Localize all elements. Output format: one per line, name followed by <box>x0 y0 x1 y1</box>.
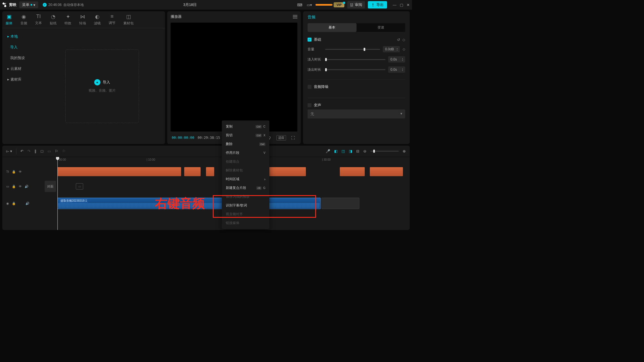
annotation-text: 右键音频 <box>155 195 205 212</box>
sidebar-preset[interactable]: 我的预设 <box>2 53 39 63</box>
tab-pack[interactable]: ◫素材包 <box>123 14 134 26</box>
crop-tool[interactable]: ◻ <box>40 149 44 153</box>
eye-icon[interactable]: 👁 <box>19 170 22 173</box>
voice-change-toggle[interactable]: 变声 <box>308 103 405 108</box>
sidebar-label: 素材库 <box>10 77 22 81</box>
sidebar-local[interactable]: ▸ 本地 <box>2 31 39 42</box>
menu-button[interactable]: 菜单 ▾ <box>19 1 38 8</box>
eye-icon[interactable]: 👁 <box>19 185 22 188</box>
tab-speed[interactable]: 变速 <box>357 23 405 32</box>
save-time: 20:46:06 <box>48 3 62 7</box>
sidebar-import[interactable]: 导入 <box>2 42 39 53</box>
import-dropzone[interactable]: + 导入 视频、音频、图片 <box>65 49 139 123</box>
denoise-toggle[interactable]: 音频降噪 <box>308 84 405 89</box>
voice-select[interactable]: 无 ▾ <box>308 109 405 118</box>
lock-icon[interactable]: 🔒 <box>12 170 16 174</box>
split-tool[interactable]: ‖ <box>35 149 37 153</box>
tab-label: 滤镜 <box>94 21 101 26</box>
tab-adjust[interactable]: ≡调节 <box>109 14 115 26</box>
volume-slider[interactable] <box>325 49 380 50</box>
lock-icon[interactable]: 🔒 <box>12 185 16 188</box>
import-button[interactable]: + 导入 <box>94 79 110 85</box>
stepper-icon[interactable]: ▴▾ <box>402 58 403 61</box>
marker-tool[interactable]: ⚐ <box>55 149 58 153</box>
stepper-icon[interactable]: ▴▾ <box>397 48 398 51</box>
fadein-slider[interactable] <box>325 59 385 60</box>
player-menu-icon[interactable] <box>293 15 297 18</box>
title-bar: 剪映 菜单 ▾ ✓ 20:46:06 自动保存本地 3月18日 ⌨ ▭▾ VIP… <box>0 0 412 10</box>
tab-media[interactable]: ▣媒体 <box>6 14 12 26</box>
align-icon[interactable]: ⊟ <box>356 149 359 153</box>
mic-icon[interactable]: 🎤 <box>326 149 330 153</box>
zoom-slider[interactable] <box>370 151 399 152</box>
select-value: 无 <box>310 111 314 117</box>
playhead[interactable] <box>57 157 58 230</box>
progress-indicator <box>315 4 332 6</box>
snap-left-icon[interactable]: ◧ <box>334 149 338 153</box>
ctx-label: 复制 <box>226 124 233 129</box>
tab-label: 特效 <box>65 21 71 26</box>
tab-text[interactable]: TI文本 <box>35 14 42 26</box>
cover-button[interactable]: 封面 <box>45 181 56 192</box>
trim-tool[interactable]: ▭ <box>48 149 51 153</box>
player-canvas[interactable] <box>171 23 297 132</box>
stepper-icon[interactable]: ▴▾ <box>402 68 403 71</box>
time-ruler[interactable]: 00:00 | 10:00 | 30:00 <box>2 157 410 164</box>
tab-label: 素材包 <box>123 21 134 26</box>
ctx-disable[interactable]: 停用片段V <box>222 148 269 157</box>
keyframe-icon[interactable]: ◇ <box>402 38 405 42</box>
sidebar-label: 本地 <box>10 34 18 38</box>
cursor-tool[interactable]: ▻ ▾ <box>6 149 12 153</box>
layout-icon[interactable]: ▭▾ <box>306 1 313 8</box>
keyboard-icon[interactable]: ⌨ <box>296 1 303 8</box>
timeline-body[interactable]: 00:00 | 10:00 | 30:00 TI 🔒 👁 <box>2 157 410 230</box>
ctx-compound[interactable]: 新建复合片段AltG <box>222 184 269 192</box>
tab-audio[interactable]: ◉音频 <box>20 14 27 26</box>
sidebar-cloud[interactable]: ▸ 云素材 <box>2 63 39 74</box>
fadein-value[interactable]: 0.0s▴▾ <box>388 56 405 63</box>
document-title: 3月18日 <box>87 2 294 7</box>
vip-badge[interactable]: VIP <box>334 2 344 7</box>
basic-toggle[interactable]: ✓ 基础 <box>308 37 321 42</box>
ctx-delete[interactable]: 删除Del <box>222 140 269 148</box>
keyframe-icon[interactable]: ◇ <box>403 47 405 51</box>
minimize-button[interactable]: — <box>393 3 396 7</box>
ctx-copy[interactable]: 复制CtrlC <box>222 122 269 131</box>
tab-transition[interactable]: ⋈转场 <box>79 14 86 26</box>
review-button[interactable]: ☳ 审阅 <box>347 1 365 8</box>
export-button[interactable]: ⭱ 导出 <box>368 1 387 8</box>
reset-icon[interactable]: ↺ <box>397 38 400 42</box>
tab-basic[interactable]: 基本 <box>308 23 357 32</box>
ctx-cut[interactable]: 剪切CtrlX <box>222 131 269 140</box>
redo-button[interactable]: ↷ <box>27 149 31 153</box>
fadeout-value[interactable]: 0.0s▴▾ <box>388 66 405 73</box>
tab-sticker[interactable]: ◔贴纸 <box>50 14 57 26</box>
mute-icon[interactable]: 🔊 <box>25 202 29 205</box>
tab-effect[interactable]: ✦特效 <box>65 14 71 26</box>
mute-icon[interactable]: 🔊 <box>25 185 29 188</box>
adjust-handle[interactable] <box>321 198 359 209</box>
voice-change-label: 变声 <box>314 103 321 108</box>
lock-icon[interactable]: 🔒 <box>12 202 16 205</box>
maximize-button[interactable]: ▢ <box>400 3 403 7</box>
snap-center-icon[interactable]: ◫ <box>342 149 345 153</box>
adapt-button[interactable]: 适应 <box>276 135 286 141</box>
ctx-time-region[interactable]: 时间区域› <box>222 175 269 184</box>
tab-filter[interactable]: ◐滤镜 <box>94 14 101 26</box>
snap-right-icon[interactable]: ◨ <box>349 149 352 153</box>
volume-value[interactable]: 0.0dB▴▾ <box>383 46 400 52</box>
chevron-down-icon: ▾ <box>400 111 402 117</box>
app-name: 剪映 <box>9 2 16 7</box>
fullscreen-icon[interactable]: ⛶ <box>289 134 296 141</box>
adjust-icon: ≡ <box>111 14 114 20</box>
undo-button[interactable]: ↶ <box>20 149 23 153</box>
zoom-out-icon[interactable]: ⊖ <box>363 149 366 153</box>
fadein-label: 淡入时长 <box>308 57 322 62</box>
fadeout-slider[interactable] <box>325 69 385 70</box>
audio-track-icon: ◉ <box>6 202 9 205</box>
zoom-in-icon[interactable]: ⊕ <box>403 149 406 153</box>
video-placeholder[interactable]: ▭ <box>76 183 83 189</box>
close-button[interactable]: ✕ <box>407 3 410 7</box>
sidebar-library[interactable]: ▸ 素材库 <box>2 74 39 85</box>
marker-out-tool[interactable]: ⚐ <box>62 149 66 153</box>
